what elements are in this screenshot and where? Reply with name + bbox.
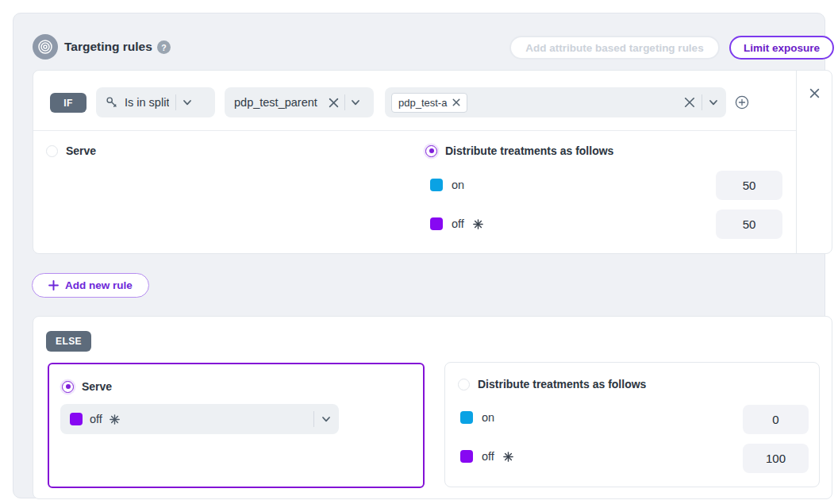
add-attribute-rules-button[interactable]: Add attribute based targeting rules <box>509 36 720 60</box>
add-condition-icon[interactable] <box>735 95 749 110</box>
treatment-name: on <box>482 411 494 424</box>
split-select[interactable]: pdp_test_parent <box>225 87 374 117</box>
serve-radio[interactable] <box>62 381 74 393</box>
divider <box>702 94 702 110</box>
clear-icon[interactable] <box>329 98 339 108</box>
plus-icon <box>48 280 59 290</box>
else-badge: ELSE <box>46 331 91 352</box>
treatment-name: off <box>482 450 494 463</box>
treatment-percent-input[interactable] <box>716 171 782 200</box>
distribute-option[interactable]: Distribute treatments as follows <box>425 144 613 157</box>
serve-label: Serve <box>82 380 112 393</box>
remove-tag-icon[interactable] <box>452 98 460 106</box>
divider <box>33 130 796 131</box>
section-title: Targeting rules <box>64 40 152 54</box>
distribute-radio[interactable] <box>458 379 470 391</box>
else-distribute-card[interactable]: Distribute treatments as follows on off <box>444 362 820 487</box>
treatment-percent-input[interactable] <box>743 405 809 434</box>
delete-rule-icon[interactable] <box>807 86 821 100</box>
divider <box>175 94 176 110</box>
if-badge: IF <box>50 93 86 113</box>
treatment-name: off <box>90 413 102 425</box>
add-new-rule-label: Add new rule <box>65 279 133 291</box>
rule-card: IF Is in split pdp_test_parent <box>33 70 832 254</box>
help-icon[interactable]: ? <box>157 40 171 54</box>
targeting-rules-panel: Targeting rules ? Add attribute based ta… <box>0 0 838 504</box>
matcher-value: Is in split <box>125 96 169 109</box>
treatment-tag: pdp_test-a <box>391 93 467 113</box>
split-select-value: pdp_test_parent <box>234 96 323 109</box>
distribute-label: Distribute treatments as follows <box>445 144 613 157</box>
add-new-rule-button[interactable]: Add new rule <box>32 273 149 298</box>
treatment-tag-label: pdp_test-a <box>398 97 447 109</box>
treatment-color-swatch <box>430 217 443 230</box>
treatment-row: on <box>460 411 494 424</box>
distribute-label: Distribute treatments as follows <box>478 378 646 391</box>
treatment-color-swatch <box>460 411 473 424</box>
divider <box>313 411 314 427</box>
divider <box>796 71 797 253</box>
targeting-rules-container: Targeting rules ? Add attribute based ta… <box>13 13 825 498</box>
divider <box>344 94 345 110</box>
serve-radio[interactable] <box>46 145 58 157</box>
chevron-down-icon[interactable] <box>709 98 718 107</box>
default-treatment-icon <box>473 219 483 229</box>
else-rule-card: ELSE Serve off <box>33 316 832 499</box>
target-icon <box>33 34 58 60</box>
limit-exposure-button[interactable]: Limit exposure <box>729 36 834 60</box>
serve-treatment-dropdown[interactable]: off <box>60 404 339 434</box>
distribute-radio[interactable] <box>425 145 437 157</box>
matcher-dropdown[interactable]: Is in split <box>96 87 215 117</box>
treatment-percent-input[interactable] <box>743 444 809 473</box>
treatment-percent-input[interactable] <box>716 210 782 239</box>
chevron-down-icon[interactable] <box>351 98 360 107</box>
default-treatment-icon <box>503 452 513 462</box>
chevron-down-icon[interactable] <box>321 414 331 424</box>
serve-option[interactable]: Serve <box>62 380 112 393</box>
serve-option[interactable]: Serve <box>46 144 96 157</box>
treatment-color-swatch <box>70 413 83 425</box>
treatment-color-swatch <box>460 450 473 463</box>
treatment-row: off <box>430 217 483 230</box>
treatment-name: on <box>452 179 464 191</box>
treatment-row: off <box>460 450 513 463</box>
treatment-name: off <box>452 217 464 230</box>
chevron-down-icon[interactable] <box>183 98 192 107</box>
serve-label: Serve <box>66 144 96 157</box>
distribute-option[interactable]: Distribute treatments as follows <box>458 378 646 391</box>
treatment-row: on <box>430 179 464 191</box>
treatment-color-swatch <box>430 179 443 191</box>
clear-icon[interactable] <box>684 97 695 108</box>
default-treatment-icon <box>110 414 120 425</box>
else-serve-card[interactable]: Serve off <box>48 363 425 488</box>
split-icon <box>106 96 118 109</box>
treatments-multiselect[interactable]: pdp_test-a <box>385 87 726 117</box>
